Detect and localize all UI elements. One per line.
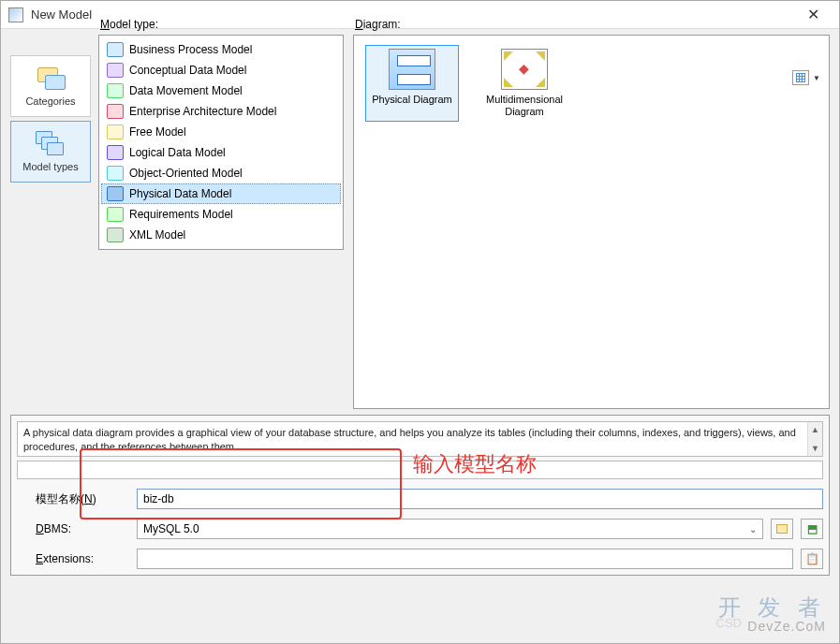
model-type-label: Conceptual Data Model	[129, 64, 246, 77]
model-type-pane: Business Process ModelConceptual Data Mo…	[98, 35, 344, 250]
dbms-select[interactable]: MySQL 5.0 ⌄	[137, 519, 763, 539]
dbms-value: MySQL 5.0	[143, 522, 199, 535]
diagram-item[interactable]: Multidimensional Diagram	[478, 45, 571, 122]
model-name-input[interactable]	[137, 489, 823, 509]
bpm-icon	[107, 42, 124, 57]
model-type-label: Logical Data Model	[129, 146, 226, 159]
model-type-item[interactable]: Requirements Model	[101, 204, 341, 225]
model-type-label: Free Model	[129, 125, 186, 139]
sidebar-item-label: Model types	[22, 161, 78, 172]
content-area: ▼ Categories Model types	[1, 29, 839, 643]
model-type-item[interactable]: Logical Data Model	[101, 142, 341, 163]
watermark: CSD 开 发 者 DevZe.CoM	[718, 593, 826, 634]
eam-icon	[107, 104, 124, 119]
diagram-item[interactable]: Physical Diagram	[365, 45, 459, 122]
dbms-add-button[interactable]: ⬒	[801, 519, 823, 539]
model-name-label: 模型名称(N)	[17, 491, 129, 507]
diagram-header: Diagram:	[353, 18, 830, 33]
diagram-pane: Physical DiagramMultidimensional Diagram	[353, 35, 830, 409]
pdm-icon	[107, 186, 124, 201]
sidebar-item-categories[interactable]: Categories	[10, 55, 91, 117]
description-box: A physical data diagram provides a graph…	[17, 421, 823, 457]
model-type-label: XML Model	[129, 228, 185, 242]
view-dropdown-arrow[interactable]: ▼	[811, 74, 822, 82]
model-name-row: 模型名称(N)	[17, 489, 823, 509]
view-toolbar: ▼	[792, 70, 822, 85]
plus-icon: ⬒	[807, 522, 818, 535]
model-type-header: Model type:	[98, 18, 344, 33]
model-type-list: Business Process ModelConceptual Data Mo…	[101, 39, 341, 245]
diagram-thumb-icon	[501, 49, 548, 90]
extensions-row: Extensions: 📋	[17, 549, 823, 569]
rqm-icon	[107, 207, 124, 222]
extensions-browse-button[interactable]: 📋	[801, 549, 823, 569]
list-icon: 📋	[805, 552, 819, 565]
app-icon	[8, 7, 23, 22]
model-type-label: Object-Oriented Model	[129, 167, 243, 180]
ldm-icon	[107, 145, 124, 160]
model-type-label: Requirements Model	[129, 208, 233, 221]
model-type-item[interactable]: Physical Data Model	[101, 183, 341, 204]
dmm-icon	[107, 83, 124, 98]
model-type-label: Data Movement Model	[129, 84, 243, 97]
model-type-item[interactable]: Data Movement Model	[101, 80, 341, 101]
dbms-browse-button[interactable]	[771, 519, 793, 539]
xml-icon	[107, 227, 124, 242]
diagram-label: Multidimensional Diagram	[481, 94, 567, 118]
folder-icon	[36, 66, 66, 92]
model-type-label: Physical Data Model	[129, 187, 231, 200]
dialog-window: New Model ✕ ▼ Categories Model types	[0, 0, 840, 644]
cdm-icon	[107, 63, 124, 78]
chevron-down-icon: ⌄	[749, 524, 757, 534]
model-type-label: Business Process Model	[129, 43, 252, 56]
model-type-item[interactable]: Free Model	[101, 122, 341, 142]
diagram-list: Physical DiagramMultidimensional Diagram	[356, 39, 827, 127]
diagram-thumb-icon	[389, 49, 435, 90]
scroll-down-icon[interactable]: ▼	[808, 441, 822, 456]
model-type-item[interactable]: Business Process Model	[101, 39, 341, 60]
watermark-line1: 开 发 者	[718, 593, 826, 622]
sidebar-item-model-types[interactable]: Model types	[10, 121, 91, 183]
description-scrollbar[interactable]: ▲ ▼	[807, 422, 822, 456]
extensions-input[interactable]	[137, 549, 793, 569]
dbms-row: DBMS: MySQL 5.0 ⌄ ⬒	[17, 519, 823, 539]
lower-panel: A physical data diagram provides a graph…	[10, 415, 830, 576]
model-type-item[interactable]: Object-Oriented Model	[101, 163, 341, 183]
model-type-label: Enterprise Architecture Model	[129, 105, 276, 118]
dbms-label: DBMS:	[17, 522, 129, 535]
sidebar-item-label: Categories	[25, 95, 75, 107]
scroll-up-icon[interactable]: ▲	[808, 422, 822, 437]
model-type-item[interactable]: Conceptual Data Model	[101, 60, 341, 80]
model-type-item[interactable]: Enterprise Architecture Model	[101, 101, 341, 122]
oom-icon	[107, 166, 124, 181]
folder-icon	[776, 524, 788, 534]
extensions-label: Extensions:	[17, 552, 129, 565]
stack-icon	[36, 131, 66, 157]
panes: Model type: Business Process ModelConcep…	[98, 35, 830, 409]
view-grid-button[interactable]	[792, 70, 809, 85]
free-icon	[107, 124, 124, 139]
left-sidebar: Categories Model types	[10, 35, 91, 409]
upper-panes: Categories Model types Model type: Busin…	[10, 35, 830, 409]
description-text: A physical data diagram provides a graph…	[23, 426, 817, 454]
filter-bar[interactable]	[17, 461, 823, 479]
model-type-item[interactable]: XML Model	[101, 225, 341, 245]
diagram-label: Physical Diagram	[372, 94, 452, 106]
